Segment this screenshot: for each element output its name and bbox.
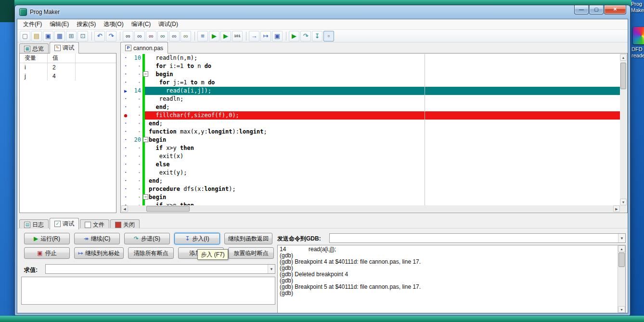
scroll-right-icon[interactable]: ▶ — [613, 205, 620, 212]
continue-button[interactable]: ↠继续(C) — [74, 233, 120, 244]
menu-item[interactable]: 编译(C) — [128, 19, 155, 30]
gutter-dot-icon[interactable]: • — [121, 152, 130, 161]
run-to-cursor-icon: ↦ — [78, 250, 83, 256]
editor-hscroll-thumb[interactable] — [146, 206, 190, 212]
temp-breakpoint-button[interactable]: 放置临时断点 — [228, 247, 274, 259]
replace-button[interactable]: ∞ — [157, 31, 168, 41]
watch-var-value: 2 — [48, 63, 76, 72]
menu-item[interactable]: 编辑(E) — [46, 19, 73, 30]
find-previous-button[interactable]: ∞ — [146, 31, 156, 41]
left-tab-overview[interactable]: ▦总览 — [19, 43, 49, 54]
fold-marker-icon[interactable]: − — [143, 71, 148, 77]
watch-row[interactable]: i2 — [20, 63, 116, 72]
find-in-files-button[interactable]: ∞ — [169, 31, 180, 41]
menu-item[interactable]: 选项(O) — [100, 19, 127, 30]
search-again-button[interactable]: ∞ — [180, 31, 191, 41]
maximize-button[interactable]: ▢ — [589, 5, 604, 14]
editor-vscroll-thumb[interactable] — [620, 63, 626, 89]
code-editor[interactable]: •10 readln(n,m);•· for i:=1 to n do•·− b… — [120, 53, 628, 213]
find-icon: ∞ — [126, 33, 130, 39]
desktop-icon-dfd-reader[interactable]: DFD reader — [633, 27, 644, 59]
close-button[interactable]: × — [604, 5, 626, 14]
gutter-dot-icon[interactable]: • — [121, 177, 130, 185]
gutter-dot-icon[interactable]: • — [121, 103, 130, 111]
window-list-button[interactable]: ⊡ — [77, 31, 88, 41]
step-to-cursor-button[interactable]: → — [249, 31, 259, 41]
evaluate-combo[interactable]: ▾ — [45, 264, 275, 274]
step-over-button[interactable]: ↷ — [300, 31, 311, 41]
undo-button[interactable]: ↶ — [94, 31, 105, 41]
gutter-dot-icon[interactable]: • — [121, 169, 130, 177]
gdb-scrollbar[interactable]: ▲ ▼ — [618, 245, 625, 313]
build-all-button[interactable]: 101 — [232, 31, 243, 41]
run-to-return-button[interactable]: 继续到函数返回 — [224, 233, 272, 244]
editor-lines[interactable]: •10 readln(n,m);•· for i:=1 to n do•·− b… — [121, 54, 620, 205]
new-file-button[interactable]: ▢ — [20, 31, 30, 41]
fold-marker-icon[interactable]: − — [143, 137, 148, 142]
breakpoint-marker-icon[interactable]: ● — [121, 111, 130, 120]
trace-into-button[interactable]: ↧ — [312, 31, 322, 41]
project-window-button[interactable]: ⊞ — [66, 31, 77, 41]
title-bar[interactable]: Prog Maker —▢× — [15, 5, 630, 19]
open-file-button[interactable]: ▤ — [31, 31, 42, 41]
editor-code: end; — [145, 103, 620, 111]
gutter-dot-icon[interactable]: • — [121, 54, 130, 62]
step-out-button[interactable]: ↦ — [260, 31, 271, 41]
compile-button[interactable]: ≡ — [197, 31, 208, 41]
gutter-dot-icon[interactable]: • — [121, 161, 130, 169]
scroll-down-icon[interactable]: ▼ — [620, 199, 627, 205]
run-button[interactable]: ▶ — [209, 31, 219, 41]
save-file-button[interactable]: ▣ — [43, 31, 53, 41]
gutter-dot-icon[interactable]: • — [121, 62, 130, 70]
find-next-button[interactable]: ∞ — [134, 31, 145, 41]
watch-row[interactable]: j4 — [20, 72, 116, 80]
compile-and-run-button[interactable]: ▶ — [220, 31, 231, 41]
desktop-icon-prog-maker[interactable]: Prog Maker — [631, 1, 644, 13]
minimize-button[interactable]: — — [574, 5, 589, 14]
save-all-button[interactable]: ▦ — [54, 31, 65, 41]
dropdown-arrow-icon[interactable]: ▾ — [618, 234, 625, 242]
left-tab-debug[interactable]: ✎调试 — [50, 42, 79, 54]
menu-item[interactable]: 文件(F) — [19, 19, 46, 30]
editor-vscrollbar[interactable]: ▲ ▼ — [620, 54, 627, 205]
run-to-cursor-button[interactable]: ↦继续到光标处 — [74, 247, 124, 259]
gutter-dot-icon[interactable]: • — [121, 185, 130, 193]
gutter-dot-icon[interactable]: • — [121, 70, 130, 79]
gdb-scroll-thumb[interactable] — [618, 253, 625, 267]
menu-item[interactable]: 搜索(S) — [73, 19, 100, 30]
editor-tab-cannon-pas[interactable]: P cannon.pas — [120, 42, 168, 54]
current-line-arrow-icon[interactable]: ▶ — [121, 87, 130, 95]
menu-item[interactable]: 调试(D) — [155, 19, 182, 30]
gutter-dot-icon[interactable]: • — [121, 128, 130, 136]
step-over-button[interactable]: ↷步进(S) — [124, 233, 170, 244]
debug-run-button[interactable]: ▶ — [289, 31, 299, 41]
gutter-dot-icon[interactable]: • — [121, 95, 130, 103]
scroll-up-icon[interactable]: ▲ — [618, 245, 625, 252]
gdb-command-input[interactable] — [330, 234, 618, 242]
breakpoint-list-button[interactable]: ▫ — [323, 31, 334, 41]
bottom-tab-debug[interactable]: ✓调试 — [50, 218, 79, 229]
gutter-dot-icon[interactable]: • — [121, 201, 130, 205]
clear-breakpoints-button[interactable]: 清除所有断点 — [128, 247, 174, 259]
redo-button[interactable]: ↷ — [106, 31, 116, 41]
scroll-left-icon[interactable]: ◀ — [121, 205, 128, 212]
scroll-down-icon[interactable]: ▼ — [618, 306, 625, 313]
gutter-dot-icon[interactable]: • — [121, 79, 130, 87]
gutter-dot-icon[interactable]: • — [121, 136, 130, 144]
editor-code: if x>n then — [145, 201, 620, 205]
gdb-command-combo[interactable]: ▾ — [329, 233, 626, 243]
find-button[interactable]: ∞ — [123, 31, 133, 41]
evaluate-input[interactable] — [46, 265, 268, 273]
run-button[interactable]: ▶运行(R) — [24, 233, 70, 244]
gutter-dot-icon[interactable]: • — [121, 144, 130, 152]
gutter-dot-icon[interactable]: • — [121, 193, 130, 201]
stop-button[interactable]: ▣停止 — [24, 247, 70, 259]
line-number: · — [130, 152, 142, 161]
step-into-button[interactable]: ↧步入(I) — [174, 233, 220, 244]
editor-hscrollbar[interactable]: ◀ ▶ — [121, 205, 620, 212]
fold-marker-icon[interactable]: − — [143, 194, 148, 200]
scroll-up-icon[interactable]: ▲ — [620, 54, 627, 61]
save-session-button[interactable]: ▣ — [272, 31, 283, 41]
dropdown-arrow-icon[interactable]: ▾ — [268, 265, 275, 273]
gutter-dot-icon[interactable]: • — [121, 120, 130, 128]
